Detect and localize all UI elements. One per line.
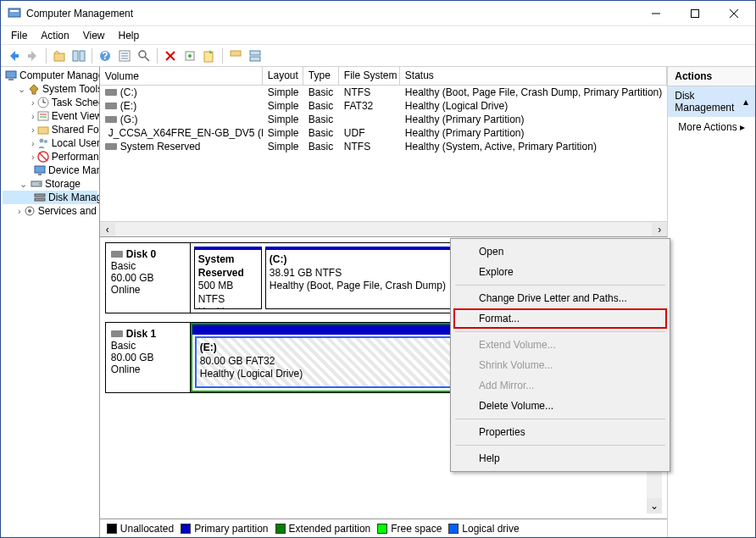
tree-disk-management[interactable]: Disk Management [3,191,97,204]
expand-icon[interactable]: › [31,112,35,121]
partition[interactable]: System Reserved 500 MB NTFS Healthy (Sys… [194,247,262,309]
context-item-extend-volume: Extend Volume... [453,335,667,355]
svg-text:?: ? [102,50,108,62]
find-button[interactable] [135,47,153,65]
view-bottom-button[interactable] [246,47,264,65]
maximize-button[interactable] [675,2,714,25]
svg-point-45 [28,209,31,213]
volume-list-header: Volume Layout Type File System Status [100,67,667,86]
legend-item: Unallocated [107,523,174,535]
folder-icon [36,123,50,136]
expand-icon[interactable]: › [31,98,35,108]
back-button[interactable] [4,47,23,65]
clock-icon [36,96,50,109]
context-item-help[interactable]: Help [453,448,667,469]
delete-button[interactable] [161,47,180,65]
actions-header: Actions [668,67,755,86]
tree-local-users[interactable]: ›Local Users and Groups [3,136,97,150]
tree-performance[interactable]: ›Performance [3,150,97,164]
tree-device-manager[interactable]: Device Manager [3,164,97,177]
collapse-icon[interactable]: ⌄ [18,85,25,94]
tree-shared-folders[interactable]: ›Shared Folders [3,123,97,136]
refresh-button[interactable] [200,47,219,65]
event-icon [36,109,50,123]
action-button[interactable] [181,47,199,65]
expand-icon[interactable]: › [31,153,35,162]
menu-file[interactable]: File [4,28,34,43]
collapse-icon[interactable]: ▴ [743,96,748,108]
menu-action[interactable]: Action [34,28,75,43]
col-type[interactable]: Type [303,67,339,85]
expand-icon[interactable]: › [31,125,35,135]
context-item-change-drive-letter-and-paths[interactable]: Change Drive Letter and Paths... [453,288,667,308]
expand-icon[interactable]: › [18,207,21,216]
context-item-add-mirror: Add Mirror... [453,375,667,396]
col-status[interactable]: Status [400,67,667,85]
context-menu[interactable]: OpenExploreChange Drive Letter and Paths… [450,238,670,472]
forward-button[interactable] [24,47,42,65]
storage-icon [30,177,43,191]
view-top-button[interactable] [226,47,245,65]
col-layout[interactable]: Layout [263,67,303,85]
svg-rect-6 [54,53,64,61]
volume-list[interactable]: (C:)SimpleBasicNTFSHealthy (Boot, Page F… [100,86,667,221]
volume-row[interactable]: J_CCSA_X64FRE_EN-GB_DV5 (D:)SimpleBasicU… [100,126,667,140]
svg-rect-43 [35,198,45,201]
properties-button[interactable] [115,47,134,65]
context-item-explore[interactable]: Explore [453,262,667,282]
svg-rect-38 [35,166,45,173]
volume-row[interactable]: (G:)SimpleBasicHealthy (Primary Partitio… [100,113,667,126]
up-button[interactable] [50,47,69,65]
tree-services[interactable]: ›Services and Applications [3,204,97,218]
svg-point-35 [44,140,47,143]
disk-label[interactable]: Disk 1 Basic 80.00 GB Online [106,323,191,392]
svg-rect-33 [38,127,48,134]
scroll-left-icon[interactable]: ‹ [100,223,115,236]
context-separator [455,445,665,446]
scroll-right-icon[interactable]: › [652,223,667,236]
svg-rect-3 [692,9,699,17]
help-button[interactable]: ? [96,47,114,65]
svg-rect-8 [80,51,85,61]
show-hide-button[interactable] [69,47,88,65]
expand-icon[interactable]: › [31,139,35,148]
context-item-delete-volume[interactable]: Delete Volume... [453,396,667,416]
volume-row[interactable]: System ReservedSimpleBasicNTFSHealthy (S… [100,140,667,153]
volume-row[interactable]: (E:)SimpleBasicFAT32Healthy (Logical Dri… [100,99,667,113]
console-tree[interactable]: Computer Management (Local) ⌄ System Too… [1,67,100,537]
tree-storage[interactable]: ⌄Storage [3,177,97,191]
actions-more[interactable]: More Actions ▸ [668,117,755,137]
disk-label[interactable]: Disk 0 Basic 60.00 GB Online [106,243,191,313]
menu-help[interactable]: Help [112,28,147,43]
legend: UnallocatedPrimary partitionExtended par… [100,519,667,537]
minimize-button[interactable] [636,2,675,25]
legend-item: Primary partition [181,523,268,535]
col-volume[interactable]: Volume [100,67,263,85]
svg-point-15 [139,51,146,58]
svg-line-16 [145,57,149,61]
tree-task-scheduler[interactable]: ›Task Scheduler [3,96,97,109]
menu-view[interactable]: View [76,28,112,43]
legend-item: Free space [377,523,442,535]
actions-pane: Actions Disk Management ▴ More Actions ▸ [668,67,755,537]
tree-system-tools[interactable]: ⌄ System Tools [3,82,97,96]
tree-root[interactable]: Computer Management (Local) [3,69,97,82]
col-fs[interactable]: File System [339,67,400,85]
scroll-down-icon[interactable]: ⌄ [647,498,662,513]
close-button[interactable] [714,2,753,25]
actions-section[interactable]: Disk Management ▴ [668,86,755,117]
context-separator [455,419,665,419]
volume-row[interactable]: (C:)SimpleBasicNTFSHealthy (Boot, Page F… [100,86,667,99]
context-item-open[interactable]: Open [453,241,667,262]
collapse-icon[interactable]: ⌄ [18,180,28,189]
performance-icon [36,150,50,164]
context-item-format[interactable]: Format... [453,308,667,329]
svg-point-41 [39,183,41,185]
svg-rect-23 [250,51,260,55]
horizontal-scrollbar[interactable]: ‹ › [100,221,667,236]
context-item-properties[interactable]: Properties [453,422,667,442]
svg-point-20 [188,54,192,58]
tree-event-viewer[interactable]: ›Event Viewer [3,109,97,123]
disk-icon [111,251,123,258]
svg-line-37 [39,153,47,161]
